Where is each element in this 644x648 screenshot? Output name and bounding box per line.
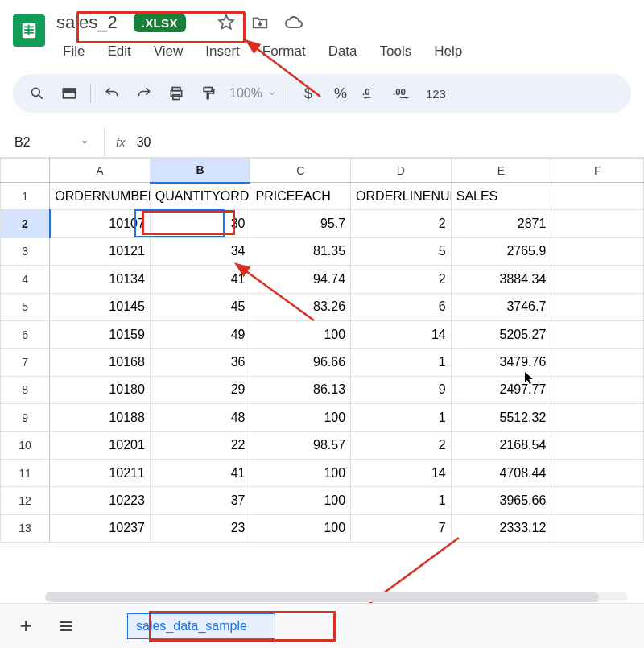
table-row[interactable]: 7101683696.6613479.76 [1,349,644,376]
menu-insert[interactable]: Insert [197,39,248,64]
cell[interactable]: 4708.44 [451,459,551,486]
cell[interactable]: 98.57 [250,431,351,459]
cell[interactable]: 100 [250,404,351,431]
cell[interactable]: 30 [150,210,250,237]
cell[interactable]: 2333.12 [451,514,551,542]
cell[interactable]: 22 [150,431,250,459]
cell[interactable]: 5205.27 [451,320,551,348]
name-box[interactable]: B2 [0,127,105,157]
table-row[interactable]: 3101213481.3552765.9 [1,237,644,265]
cell[interactable]: 100 [250,459,351,486]
sheet-tab-active[interactable]: sales_data_sample [127,613,275,639]
cell[interactable]: PRICEEACH [250,183,351,210]
cell[interactable]: 81.35 [250,237,351,265]
table-row[interactable]: 9101884810015512.32 [1,404,644,431]
cell[interactable]: 3746.7 [451,293,551,320]
table-row[interactable]: 61015949100145205.27 [1,320,644,348]
cell[interactable]: 41 [150,459,250,486]
currency-icon[interactable]: $ [294,79,323,108]
all-sheets-button[interactable] [52,612,80,641]
cell[interactable] [551,320,644,348]
cell[interactable]: 2168.54 [451,431,551,459]
row-10-header[interactable]: 10 [1,431,50,459]
cell[interactable]: 96.66 [250,349,351,376]
cell[interactable]: 94.74 [250,266,351,293]
cell[interactable]: 10107 [50,210,151,237]
col-A-header[interactable]: A [50,159,151,183]
cell[interactable]: 10180 [50,376,151,403]
table-row[interactable]: 4101344194.7423884.34 [1,266,644,293]
cell[interactable]: 1 [351,404,452,431]
undo-icon[interactable] [97,79,126,108]
decrease-decimal-icon[interactable]: .0 [358,79,387,108]
cell[interactable]: 5 [351,237,452,265]
menu-format[interactable]: Format [254,39,314,64]
menu-file[interactable]: File [55,39,93,64]
format-123-icon[interactable]: 123 [423,79,449,108]
cell[interactable]: 14 [351,459,452,486]
cell[interactable]: 86.13 [250,376,351,403]
row-header-icon[interactable] [55,79,84,108]
menu-data[interactable]: Data [320,39,365,64]
cell[interactable] [551,376,644,403]
menu-edit[interactable]: Edit [99,39,138,64]
cell[interactable]: 7 [351,514,452,542]
cell[interactable]: 2871 [451,210,551,237]
cell[interactable]: 1 [351,487,452,514]
doc-title[interactable]: sales_2 [52,12,122,33]
cell[interactable]: 45 [150,293,250,320]
paint-format-icon[interactable] [194,79,223,108]
cell[interactable] [551,237,644,265]
cell[interactable]: 36 [150,349,250,376]
cell[interactable]: 6 [351,293,452,320]
table-row[interactable]: 10102012298.5722168.54 [1,431,644,459]
zoom-dropdown[interactable]: 100% [226,86,280,101]
cell[interactable]: 34 [150,237,250,265]
menu-tools[interactable]: Tools [372,39,420,64]
row-9-header[interactable]: 9 [1,404,50,431]
row-4-header[interactable]: 4 [1,266,50,293]
table-row[interactable]: 8101802986.1392497.77 [1,376,644,403]
col-D-header[interactable]: D [351,159,452,183]
cell[interactable] [551,266,644,293]
cell[interactable] [551,293,644,320]
cell[interactable]: 29 [150,376,250,403]
col-B-header[interactable]: B [150,159,250,183]
move-folder-icon[interactable] [249,11,271,34]
cell[interactable] [551,404,644,431]
cell[interactable]: 3884.34 [451,266,551,293]
cell[interactable]: 100 [250,320,351,348]
cell[interactable]: 14 [351,320,452,348]
print-icon[interactable] [162,79,191,108]
table-row[interactable]: 1 ORDERNUMBER QUANTITYORDERED PRICEEACH … [1,183,644,210]
cell[interactable]: 48 [150,404,250,431]
cell[interactable] [551,183,644,210]
cell[interactable]: 100 [250,487,351,514]
cell[interactable]: 49 [150,320,250,348]
search-icon[interactable] [23,79,52,108]
scrollbar-thumb[interactable] [45,592,599,602]
menu-help[interactable]: Help [426,39,470,64]
cell[interactable]: 83.26 [250,293,351,320]
table-row[interactable]: 13102372310072333.12 [1,514,644,542]
cell[interactable]: 2 [351,431,452,459]
cell[interactable]: 9 [351,376,452,403]
cell[interactable]: 10201 [50,431,151,459]
percent-icon[interactable]: % [326,79,355,108]
menu-view[interactable]: View [146,39,192,64]
row-5-header[interactable]: 5 [1,293,50,320]
redo-icon[interactable] [130,79,159,108]
cell[interactable]: QUANTITYORDERED [150,183,250,210]
cell[interactable]: 10134 [50,266,151,293]
table-row[interactable]: 12102233710013965.66 [1,487,644,514]
cell[interactable]: 3479.76 [451,349,551,376]
cell[interactable]: 37 [150,487,250,514]
cell[interactable] [551,487,644,514]
row-12-header[interactable]: 12 [1,487,50,514]
cell[interactable]: 10145 [50,293,151,320]
cell[interactable]: 10211 [50,459,151,486]
cell[interactable]: 3965.66 [451,487,551,514]
table-row[interactable]: 5101454583.2663746.7 [1,293,644,320]
cell[interactable]: 10168 [50,349,151,376]
cell[interactable] [551,210,644,237]
